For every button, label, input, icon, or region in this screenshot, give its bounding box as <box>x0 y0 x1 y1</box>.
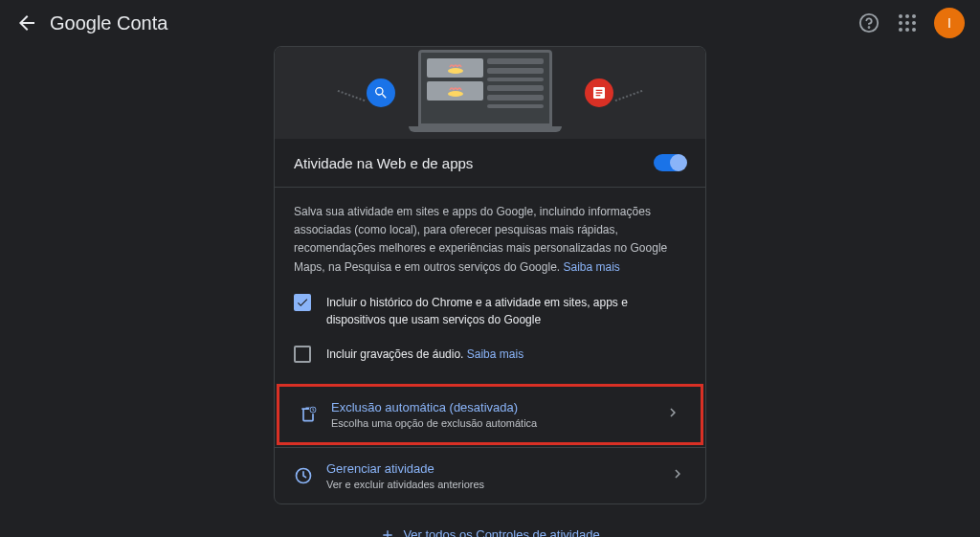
activity-toggle[interactable] <box>654 154 686 171</box>
app-header: Google Conta I <box>0 0 980 46</box>
card-body: Salva sua atividade em sites e apps do G… <box>275 188 705 382</box>
audio-label-text: Incluir gravações de áudio. <box>326 347 467 361</box>
chevron-right-icon <box>664 404 681 425</box>
toggle-knob <box>670 154 687 171</box>
arrow-left-icon <box>15 11 38 34</box>
auto-delete-content: Exclusão automática (desativada) Escolha… <box>331 400 651 429</box>
checkbox-audio: Incluir gravações de áudio. Saiba mais <box>294 346 686 363</box>
auto-delete-row[interactable]: Exclusão automática (desativada) Escolha… <box>277 384 703 445</box>
page-title: Google Conta <box>50 12 167 34</box>
see-all-controls-link[interactable]: Ver todos os Controles de atividade <box>380 527 599 537</box>
laptop-illustration <box>418 50 562 136</box>
header-right: I <box>858 8 965 38</box>
manage-activity-content: Gerenciar atividade Ver e excluir ativid… <box>326 461 656 490</box>
plus-icon <box>380 527 395 537</box>
header-left: Google Conta <box>15 11 167 34</box>
learn-more-link[interactable]: Saiba mais <box>563 260 619 274</box>
main-content: Atividade na Web e de apps Salva sua ati… <box>0 46 980 537</box>
manage-activity-row[interactable]: Gerenciar atividade Ver e excluir ativid… <box>275 447 705 503</box>
audio-label: Incluir gravações de áudio. Saiba mais <box>326 346 523 363</box>
check-icon <box>296 296 309 309</box>
help-icon <box>858 12 880 34</box>
card-title: Atividade na Web e de apps <box>294 155 473 171</box>
card-description: Salva sua atividade em sites e apps do G… <box>294 203 686 277</box>
chrome-history-label: Incluir o histórico do Chrome e a ativid… <box>326 294 686 328</box>
auto-delete-icon <box>299 405 318 424</box>
auto-delete-subtitle: Escolha uma opção de exclusão automática <box>331 417 651 429</box>
card-header: Atividade na Web e de apps <box>275 139 705 188</box>
manage-activity-title: Gerenciar atividade <box>326 461 656 476</box>
footer-link-text: Ver todos os Controles de atividade <box>403 527 599 537</box>
svg-point-2 <box>448 68 463 74</box>
apps-button[interactable] <box>896 11 919 34</box>
user-avatar[interactable]: I <box>934 8 965 38</box>
manage-activity-icon <box>294 466 313 485</box>
apps-grid-icon <box>899 14 916 32</box>
chevron-right-icon <box>669 465 686 486</box>
manage-activity-subtitle: Ver e excluir atividades anteriores <box>326 479 656 490</box>
news-badge-icon <box>585 78 613 107</box>
audio-learn-more-link[interactable]: Saiba mais <box>467 347 523 361</box>
checkbox-chrome-history: Incluir o histórico do Chrome e a ativid… <box>294 294 686 328</box>
audio-checkbox[interactable] <box>294 346 311 363</box>
activity-card: Atividade na Web e de apps Salva sua ati… <box>274 46 706 504</box>
svg-point-1 <box>869 27 870 28</box>
help-button[interactable] <box>858 11 880 34</box>
auto-delete-title: Exclusão automática (desativada) <box>331 400 651 414</box>
svg-point-3 <box>448 91 463 97</box>
chrome-history-checkbox[interactable] <box>294 294 311 311</box>
search-badge-icon <box>367 78 395 107</box>
card-illustration <box>275 47 705 139</box>
back-button[interactable] <box>15 11 38 34</box>
